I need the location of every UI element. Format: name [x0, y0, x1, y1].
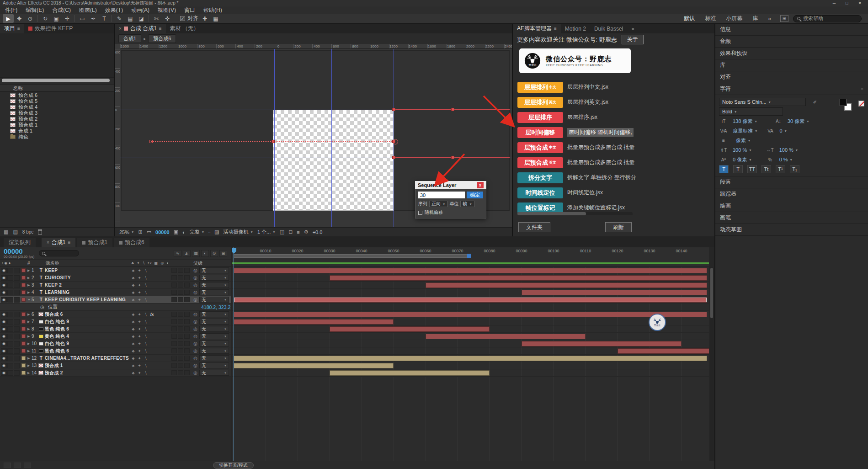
- layer-lock-toggle[interactable]: [14, 319, 20, 325]
- mode-box[interactable]: [171, 319, 177, 324]
- layer-row[interactable]: ◉▶14预合成 2♣✦∖◎无: [0, 369, 231, 377]
- layer-label-color[interactable]: [20, 363, 27, 368]
- mode-box[interactable]: [178, 356, 183, 361]
- layer-bars-area[interactable]: [232, 267, 709, 461]
- mode-box[interactable]: [184, 326, 190, 331]
- layer-switch-icon[interactable]: ♣: [132, 312, 134, 317]
- magnification-dropdown[interactable]: 25%: [119, 229, 134, 235]
- shy-layers-icon[interactable]: ▦: [192, 250, 200, 257]
- project-item[interactable]: 预合成 3: [0, 110, 114, 116]
- panel-bottom-1-header[interactable]: 段落: [715, 176, 868, 188]
- selection-tool[interactable]: ▶: [3, 14, 14, 23]
- layer-row[interactable]: ◉▶2TCURIOSITY♣✦∖◎无: [0, 274, 231, 282]
- mode-box[interactable]: [178, 319, 183, 324]
- layer-row[interactable]: ◉▶4TLEARNING♣✦∖◎无: [0, 289, 231, 296]
- dialog-close-button[interactable]: x: [477, 182, 484, 188]
- mode-box[interactable]: [171, 275, 177, 280]
- layer-audio-toggle[interactable]: [7, 348, 13, 354]
- layer-switch-icon[interactable]: ♣: [132, 341, 134, 346]
- layer-switch-icon[interactable]: ♣: [132, 356, 134, 361]
- layer-visibility-toggle[interactable]: ◉: [1, 363, 7, 368]
- pickwhip-icon[interactable]: ◎: [193, 319, 197, 324]
- project-item[interactable]: 预合成 4: [0, 104, 114, 110]
- camera-tool[interactable]: ▣: [51, 14, 62, 23]
- layer-duration-bar[interactable]: [330, 326, 490, 332]
- layer-audio-toggle[interactable]: [7, 282, 13, 288]
- mode-box[interactable]: [171, 297, 177, 302]
- layer-name[interactable]: 白色 纯色 9: [45, 341, 130, 347]
- layer-name[interactable]: KEEP CURIOSITY KEEP LEARNING: [45, 297, 130, 302]
- project-item[interactable]: 合成 1: [0, 128, 114, 134]
- composition-flowchart-icon[interactable]: ∿: [174, 250, 181, 257]
- toggle-switches-modes-button[interactable]: 切换开关/模式: [213, 462, 254, 469]
- horizontal-scale-value[interactable]: 100 %: [779, 147, 799, 153]
- layer-switch-icon[interactable]: ✦: [138, 312, 141, 317]
- confirm-button[interactable]: 确定: [467, 192, 483, 198]
- layer-label-color[interactable]: [20, 268, 27, 272]
- mode-box[interactable]: [171, 290, 177, 295]
- help-search[interactable]: 搜索帮助: [793, 15, 862, 22]
- script-button-3[interactable]: 层层排序: [517, 112, 563, 123]
- parent-dropdown[interactable]: 无: [199, 326, 229, 332]
- dialog-title-bar[interactable]: Sequence Layer x: [415, 181, 486, 189]
- snapshot-icon[interactable]: ▣: [174, 229, 178, 235]
- parent-dropdown[interactable]: 无: [199, 297, 229, 303]
- layer-switch-icon[interactable]: ✦: [138, 298, 141, 302]
- layer-visibility-toggle[interactable]: ◉: [1, 297, 7, 303]
- layer-switch-icon[interactable]: ✦: [138, 341, 141, 346]
- mode-box[interactable]: [171, 268, 177, 273]
- layer-switch-icon[interactable]: ✦: [138, 320, 141, 324]
- tab-effect-controls[interactable]: 效果控件 KEEP: [24, 24, 77, 33]
- minimize-button[interactable]: ─: [833, 1, 836, 5]
- layer-label-color[interactable]: [20, 356, 27, 360]
- layer-visibility-toggle[interactable]: ◉: [1, 348, 7, 354]
- layer-expand-arrow[interactable]: ▼: [27, 298, 32, 301]
- layer-label-color[interactable]: [20, 349, 27, 353]
- mode-box[interactable]: [171, 363, 177, 368]
- layer-audio-toggle[interactable]: [7, 275, 13, 281]
- mode-box[interactable]: [178, 275, 183, 280]
- timeline-vertical-scrollbar[interactable]: [710, 267, 714, 461]
- menu-item-8[interactable]: 窗口: [180, 6, 199, 14]
- close-tab-icon[interactable]: ×: [47, 240, 49, 245]
- mode-box[interactable]: [171, 326, 177, 331]
- layer-duration-bar[interactable]: [618, 348, 709, 354]
- script-tab-2[interactable]: Motion 2: [561, 24, 590, 33]
- panel-3-header[interactable]: 效果和预设: [715, 48, 868, 59]
- layer-switch-icon[interactable]: ♣: [132, 290, 134, 295]
- mode-box[interactable]: [178, 312, 183, 317]
- mode-box[interactable]: [184, 312, 190, 317]
- layer-switch-icon[interactable]: ♣: [132, 283, 134, 288]
- script-button-4[interactable]: 层时间偏移: [517, 127, 563, 138]
- mode-box[interactable]: [171, 356, 177, 361]
- fill-stroke-chips[interactable]: [840, 99, 852, 112]
- pickwhip-icon[interactable]: ◎: [193, 356, 197, 361]
- layer-lock-toggle[interactable]: [14, 348, 20, 354]
- menu-item-9[interactable]: 帮助(H): [199, 6, 226, 14]
- layer-duration-bar[interactable]: [522, 341, 682, 346]
- trash-icon[interactable]: [38, 229, 42, 234]
- layer-lock-toggle[interactable]: [14, 282, 20, 288]
- tab-comp1[interactable]: × 合成1 ≡: [42, 238, 75, 247]
- layer-audio-toggle[interactable]: [7, 370, 13, 376]
- mode-box[interactable]: [171, 348, 177, 353]
- graph-editor-icon[interactable]: ⊞: [219, 250, 227, 257]
- layer-duration-bar[interactable]: [522, 290, 707, 295]
- layer-row[interactable]: ◉▶8黑色 纯色 6♣✦∖◎无: [0, 325, 231, 333]
- layer-switch-icon[interactable]: ∖: [144, 312, 147, 317]
- parent-dropdown[interactable]: 无: [199, 275, 229, 281]
- layer-row[interactable]: ◉▶3TKEEP 2♣✦∖◎无: [0, 282, 231, 289]
- pickwhip-icon[interactable]: ◎: [193, 348, 197, 353]
- menu-item-5[interactable]: 效果(T): [101, 6, 127, 14]
- property-value[interactable]: 4180.2, 323.2: [201, 304, 230, 310]
- layer-lock-toggle[interactable]: [14, 326, 20, 332]
- script-button-2[interactable]: 层层排列英文: [517, 97, 563, 108]
- layer-expand-arrow[interactable]: ▶: [27, 327, 32, 331]
- reset-exposure-icon[interactable]: ⚙: [304, 229, 309, 235]
- layer-label-color[interactable]: [20, 371, 27, 375]
- menu-item-7[interactable]: 视图(V): [154, 6, 180, 14]
- font-family-dropdown[interactable]: Noto Sans S Chin...: [719, 98, 806, 106]
- workspace-5[interactable]: »: [763, 16, 776, 22]
- mode-box[interactable]: [184, 268, 190, 273]
- layer-row[interactable]: ◉▼5TKEEP CURIOSITY KEEP LEARNING♣✦∖◎无: [0, 296, 231, 304]
